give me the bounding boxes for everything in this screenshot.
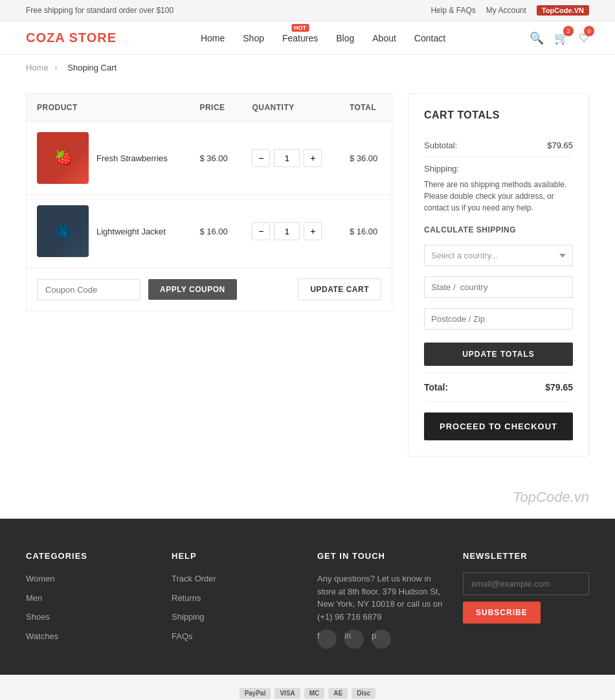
cart-totals-title: CART TOTALS	[424, 109, 573, 121]
footer-newsletter: NEWSLETTER SUBSCRIBE	[463, 551, 589, 655]
footer-dark: CATEGORIES Women Men Shoes Watches HELP …	[0, 519, 615, 675]
newsletter-email[interactable]	[463, 572, 589, 595]
account-link[interactable]: My Account	[486, 6, 526, 15]
product-price-1: $ 36.00	[189, 122, 241, 195]
cart-totals-panel: CART TOTALS Subtotal: $79.65 Shipping: T…	[408, 93, 589, 457]
logo-text: COZA	[26, 30, 69, 45]
shipping-notice: Free shipping for standard order over $1…	[26, 6, 173, 15]
table-row: 🧥 Lightweight Jacket $ 16.00 − + $ 16.00	[27, 195, 392, 268]
nav-blog[interactable]: Blog	[336, 33, 354, 43]
logo[interactable]: COZA STORE	[26, 30, 117, 45]
watermark-text: TopCode.vn	[513, 489, 589, 505]
breadcrumb-separator: ›	[54, 63, 60, 73]
qty-increase-2[interactable]: +	[304, 222, 322, 240]
contact-text: Any questions? Let us know in store at 8…	[317, 572, 443, 623]
footer-link-shoes[interactable]: Shoes	[26, 611, 152, 624]
logo-store: STORE	[69, 30, 117, 45]
product-qty-2: − +	[241, 195, 339, 268]
qty-decrease-2[interactable]: −	[252, 222, 270, 240]
footer-link-track[interactable]: Track Order	[172, 572, 298, 585]
product-image-2: 🧥	[37, 205, 89, 257]
footer-help: HELP Track Order Returns Shipping FAQs	[172, 551, 298, 655]
subtotal-label: Subtotal:	[424, 141, 457, 150]
product-name-2: Lightweight Jacket	[96, 227, 166, 236]
footer-bottom: PayPal VISA MC AE Disc Copyright © 2020 …	[0, 675, 615, 700]
nav-features-wrapper: HOT Features	[282, 33, 318, 43]
product-qty-1: − +	[241, 122, 339, 195]
qty-increase-1[interactable]: +	[304, 149, 322, 167]
footer-link-faqs[interactable]: FAQs	[172, 630, 298, 643]
header: COZA STORE Home Shop HOT Features Blog A…	[0, 21, 615, 55]
total-row: Total: $79.65	[424, 373, 573, 402]
instagram-icon[interactable]: in	[344, 629, 364, 649]
col-price: PRICE	[189, 94, 241, 122]
table-row: 🍓 Fresh Strawberries $ 36.00 − + $ 36.00	[27, 122, 392, 195]
pinterest-icon[interactable]: p	[372, 629, 391, 649]
breadcrumb-current: Shoping Cart	[67, 63, 117, 73]
update-cart-button[interactable]: UPDATE CART	[298, 278, 381, 300]
total-label: Total:	[424, 382, 448, 392]
wishlist-icon[interactable]: ♡ 0	[579, 31, 589, 45]
qty-input-1[interactable]	[274, 149, 300, 167]
facebook-icon[interactable]: f	[317, 629, 337, 649]
hot-tag: HOT	[291, 24, 309, 32]
state-input[interactable]	[424, 277, 573, 298]
product-price-2: $ 16.00	[189, 195, 241, 268]
col-quantity: QUANTITY	[241, 94, 339, 122]
total-value: $79.65	[545, 382, 573, 392]
help-link[interactable]: Help & FAQs	[430, 6, 475, 15]
footer-grid: CATEGORIES Women Men Shoes Watches HELP …	[26, 551, 589, 655]
nav-about[interactable]: About	[372, 33, 396, 43]
payment-paypal: PayPal	[240, 688, 271, 699]
brand-name: TopCode.VN	[542, 6, 584, 14]
top-bar-right: Help & FAQs My Account TopCode.VN	[430, 5, 589, 16]
product-cell-2: 🧥 Lightweight Jacket	[27, 195, 190, 268]
payment-visa: VISA	[274, 688, 300, 699]
main-content: PRODUCT PRICE QUANTITY TOTAL 🍓 Fresh Str…	[0, 80, 615, 482]
product-image-1: 🍓	[37, 132, 89, 184]
footer-link-women[interactable]: Women	[26, 572, 152, 585]
shipping-info: There are no shipping methods available.…	[424, 179, 573, 214]
help-title: HELP	[172, 551, 298, 561]
nav-features[interactable]: Features	[282, 33, 318, 43]
shipping-row: Shipping: There are no shipping methods …	[424, 157, 573, 373]
social-icons: f in p	[317, 629, 443, 655]
footer-link-watches[interactable]: Watches	[26, 630, 152, 643]
payment-disc: Disc	[352, 688, 375, 699]
cart-actions: APPLY COUPON UPDATE CART	[26, 268, 392, 311]
checkout-button[interactable]: PROCEED TO CHECKOUT	[424, 412, 573, 440]
subtotal-row: Subtotal: $79.65	[424, 134, 573, 157]
subscribe-button[interactable]: SUBSCRIBE	[463, 602, 541, 624]
nav-shop[interactable]: Shop	[243, 33, 264, 43]
cart-section: PRODUCT PRICE QUANTITY TOTAL 🍓 Fresh Str…	[26, 93, 392, 457]
footer-contact: GET IN TOUCH Any questions? Let us know …	[317, 551, 443, 655]
cart-icon[interactable]: 🛒 2	[554, 31, 568, 45]
update-totals-button[interactable]: UPDATE TOTALS	[424, 343, 573, 366]
nav-contact[interactable]: Contact	[414, 33, 445, 43]
coupon-input[interactable]	[37, 279, 140, 300]
product-cell-1: 🍓 Fresh Strawberries	[27, 122, 190, 195]
cart-badge: 2	[563, 26, 574, 36]
newsletter-title: NEWSLETTER	[463, 551, 589, 561]
qty-decrease-1[interactable]: −	[252, 149, 270, 167]
product-name-1: Fresh Strawberries	[96, 153, 168, 163]
subtotal-value: $79.65	[547, 141, 573, 150]
product-total-2: $ 16.00	[339, 195, 392, 268]
nav-home[interactable]: Home	[201, 33, 225, 43]
topcode-badge: TopCode.VN	[537, 5, 589, 16]
shipping-label: Shipping:	[424, 164, 459, 174]
postcode-input[interactable]	[424, 308, 573, 330]
footer-link-shipping[interactable]: Shipping	[172, 611, 298, 624]
qty-input-2[interactable]	[274, 222, 300, 240]
breadcrumb-home[interactable]: Home	[26, 63, 49, 73]
header-icons: 🔍 🛒 2 ♡ 0	[530, 31, 589, 45]
footer-link-returns[interactable]: Returns	[172, 592, 298, 605]
payment-ae: AE	[328, 688, 348, 699]
country-select[interactable]: Select a country...	[424, 245, 573, 266]
breadcrumb: Home › Shoping Cart	[0, 55, 615, 80]
apply-coupon-button[interactable]: APPLY COUPON	[148, 279, 237, 300]
search-icon[interactable]: 🔍	[530, 31, 544, 45]
cart-table: PRODUCT PRICE QUANTITY TOTAL 🍓 Fresh Str…	[26, 93, 392, 268]
footer-link-men[interactable]: Men	[26, 592, 152, 605]
product-total-1: $ 36.00	[339, 122, 392, 195]
